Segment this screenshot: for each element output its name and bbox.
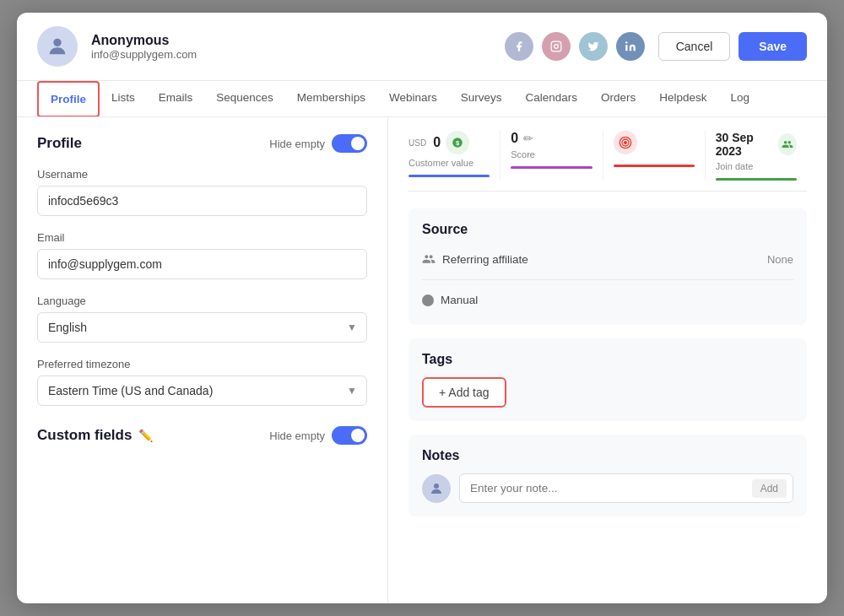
hide-empty-text: Hide empty xyxy=(269,138,325,150)
affiliate-icon xyxy=(422,252,436,266)
target-icon xyxy=(614,131,637,154)
person-add-icon xyxy=(778,133,797,155)
custom-fields-header: Custom fields ✏️ Hide empty xyxy=(37,426,367,445)
hide-empty-toggle[interactable]: Hide empty xyxy=(269,134,367,153)
referring-affiliate-left: Referring affiliate xyxy=(422,252,528,266)
email-field-group: Email xyxy=(37,231,367,279)
body: Profile Hide empty Username Email Langua… xyxy=(17,117,827,603)
user-info: Anonymous info@supplygem.com xyxy=(91,33,484,61)
notes-section: Notes Add xyxy=(408,435,807,516)
tab-log[interactable]: Log xyxy=(719,81,762,116)
notes-input-wrap: Add xyxy=(459,473,793,503)
referring-affiliate-label: Referring affiliate xyxy=(442,253,528,266)
tab-calendars[interactable]: Calendars xyxy=(513,81,589,116)
svg-point-3 xyxy=(558,43,559,44)
referring-affiliate-row: Referring affiliate None xyxy=(422,247,793,271)
timezone-field-group: Preferred timezone Eastern Time (US and … xyxy=(37,358,367,406)
tab-sequences[interactable]: Sequences xyxy=(204,81,285,116)
email-input[interactable] xyxy=(37,249,367,279)
linkedin-icon[interactable] xyxy=(616,32,645,61)
username-field-group: Username xyxy=(37,168,367,216)
tags-section: Tags + Add tag xyxy=(408,338,807,421)
left-panel: Profile Hide empty Username Email Langua… xyxy=(17,117,388,603)
tab-orders[interactable]: Orders xyxy=(589,81,647,116)
header: Anonymous info@supplygem.com Cancel Save xyxy=(17,13,827,81)
facebook-icon[interactable] xyxy=(505,32,533,61)
svg-point-0 xyxy=(53,39,61,46)
svg-point-10 xyxy=(434,484,439,489)
hide-empty-toggle-switch[interactable] xyxy=(332,134,367,153)
custom-fields-hide-empty-text: Hide empty xyxy=(269,430,325,442)
language-field-group: Language English Spanish French ▼ xyxy=(37,294,367,343)
manual-icon xyxy=(422,294,434,306)
tab-lists[interactable]: Lists xyxy=(100,81,147,116)
tab-memberships[interactable]: Memberships xyxy=(285,81,377,116)
notes-input[interactable] xyxy=(459,473,793,503)
manual-label: Manual xyxy=(441,294,478,306)
avatar xyxy=(37,26,78,67)
username-label: Username xyxy=(37,168,367,181)
right-panel: USD 0 $ Customer value 0 ✏ Score xyxy=(388,117,827,603)
add-tag-label: + Add tag xyxy=(439,386,490,399)
language-select-wrapper: English Spanish French ▼ xyxy=(37,312,367,343)
svg-point-9 xyxy=(624,142,626,144)
custom-fields-title-row: Custom fields ✏️ xyxy=(37,427,153,444)
tab-helpdesk[interactable]: Helpdesk xyxy=(647,81,718,116)
source-section: Source Referring affiliate None Manual xyxy=(408,208,807,325)
notes-avatar xyxy=(422,474,451,503)
nav-tabs: Profile Lists Emails Sequences Membershi… xyxy=(17,81,827,117)
profile-title: Profile xyxy=(37,135,82,152)
timezone-select-wrapper: Eastern Time (US and Canada) Pacific Tim… xyxy=(37,376,367,406)
header-actions: Cancel Save xyxy=(658,32,807,61)
manual-row: Manual xyxy=(422,289,793,311)
stat-activity xyxy=(603,131,706,181)
source-title: Source xyxy=(422,222,793,237)
svg-point-4 xyxy=(625,41,627,43)
custom-fields-label: Custom fields xyxy=(37,427,132,444)
save-button[interactable]: Save xyxy=(738,32,807,61)
timezone-label: Preferred timezone xyxy=(37,358,367,370)
profile-section-header: Profile Hide empty xyxy=(37,134,367,153)
dollar-icon: $ xyxy=(446,131,469,154)
email-label: Email xyxy=(37,231,367,244)
notes-row: Add xyxy=(422,473,793,503)
modal-container: Anonymous info@supplygem.com Cancel Save… xyxy=(17,13,827,603)
stat-score: 0 ✏ Score xyxy=(500,131,603,181)
score-label: Score xyxy=(511,149,535,159)
svg-point-2 xyxy=(554,45,558,49)
stats-row: USD 0 $ Customer value 0 ✏ Score xyxy=(408,131,807,192)
custom-fields-hide-empty[interactable]: Hide empty xyxy=(269,426,367,445)
manual-left: Manual xyxy=(422,294,478,306)
language-select[interactable]: English Spanish French xyxy=(37,312,367,343)
tab-profile[interactable]: Profile xyxy=(37,81,100,117)
tab-surveys[interactable]: Surveys xyxy=(449,81,514,116)
notes-add-button[interactable]: Add xyxy=(752,479,787,498)
language-label: Language xyxy=(37,294,367,307)
tab-webinars[interactable]: Webinars xyxy=(377,81,449,116)
social-icons xyxy=(505,32,645,61)
tags-title: Tags xyxy=(422,352,793,367)
twitter-icon[interactable] xyxy=(579,32,608,61)
stat-join-date: 30 Sep 2023 Join date xyxy=(706,131,807,181)
notes-title: Notes xyxy=(422,448,793,463)
svg-rect-1 xyxy=(551,41,561,51)
stat-customer-value: USD 0 $ Customer value xyxy=(408,131,500,181)
user-email: info@supplygem.com xyxy=(91,48,484,61)
user-name: Anonymous xyxy=(91,33,484,48)
instagram-icon[interactable] xyxy=(542,32,571,61)
tab-emails[interactable]: Emails xyxy=(147,81,205,116)
referring-affiliate-value: None xyxy=(767,253,793,266)
edit-custom-fields-icon[interactable]: ✏️ xyxy=(138,429,153,442)
customer-value-label: Customer value xyxy=(408,158,473,168)
add-tag-button[interactable]: + Add tag xyxy=(422,377,506,408)
join-date-label: Join date xyxy=(716,161,754,171)
timezone-select[interactable]: Eastern Time (US and Canada) Pacific Tim… xyxy=(37,376,367,406)
cancel-button[interactable]: Cancel xyxy=(658,32,731,61)
username-input[interactable] xyxy=(37,186,367,216)
custom-fields-toggle-switch[interactable] xyxy=(332,426,367,445)
